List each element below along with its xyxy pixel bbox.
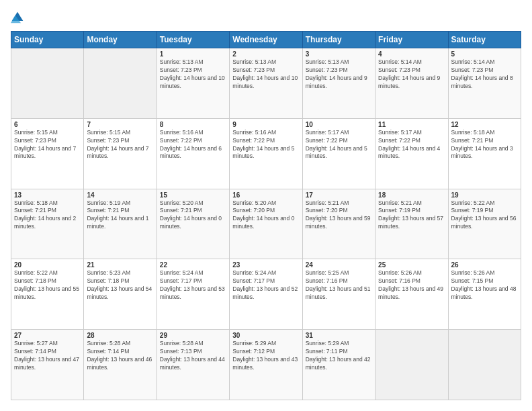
day-cell: 28Sunrise: 5:28 AM Sunset: 7:14 PM Dayli… <box>84 330 157 400</box>
day-info: Sunrise: 5:13 AM Sunset: 7:23 PM Dayligh… <box>232 58 299 91</box>
day-cell: 23Sunrise: 5:24 AM Sunset: 7:17 PM Dayli… <box>230 259 302 330</box>
day-number: 22 <box>160 261 226 269</box>
week-row-2: 13Sunrise: 5:18 AM Sunset: 7:21 PM Dayli… <box>11 189 521 259</box>
day-cell <box>84 48 157 119</box>
day-info: Sunrise: 5:13 AM Sunset: 7:23 PM Dayligh… <box>160 58 226 91</box>
day-number: 14 <box>87 191 153 199</box>
day-cell: 15Sunrise: 5:20 AM Sunset: 7:21 PM Dayli… <box>157 189 229 259</box>
weekday-header-monday: Monday <box>84 32 157 48</box>
day-number: 3 <box>306 50 372 58</box>
day-cell: 2Sunrise: 5:13 AM Sunset: 7:23 PM Daylig… <box>230 48 302 119</box>
day-number: 13 <box>14 191 81 199</box>
logo-icon <box>11 11 24 24</box>
day-cell: 25Sunrise: 5:26 AM Sunset: 7:16 PM Dayli… <box>375 259 448 330</box>
day-number: 16 <box>232 191 299 199</box>
day-number: 11 <box>378 121 445 128</box>
day-info: Sunrise: 5:15 AM Sunset: 7:23 PM Dayligh… <box>14 129 81 161</box>
day-cell: 4Sunrise: 5:14 AM Sunset: 7:23 PM Daylig… <box>375 48 448 119</box>
day-info: Sunrise: 5:23 AM Sunset: 7:18 PM Dayligh… <box>87 269 153 302</box>
day-number: 30 <box>232 332 299 339</box>
day-info: Sunrise: 5:29 AM Sunset: 7:12 PM Dayligh… <box>232 340 299 372</box>
day-number: 19 <box>451 191 518 199</box>
day-info: Sunrise: 5:18 AM Sunset: 7:21 PM Dayligh… <box>14 199 81 232</box>
day-info: Sunrise: 5:25 AM Sunset: 7:16 PM Dayligh… <box>306 269 372 302</box>
day-cell: 26Sunrise: 5:26 AM Sunset: 7:15 PM Dayli… <box>448 259 521 330</box>
day-cell: 18Sunrise: 5:21 AM Sunset: 7:19 PM Dayli… <box>375 189 448 259</box>
day-number: 28 <box>87 332 153 339</box>
day-number: 29 <box>160 332 226 339</box>
day-cell: 6Sunrise: 5:15 AM Sunset: 7:23 PM Daylig… <box>11 118 84 189</box>
day-cell: 11Sunrise: 5:17 AM Sunset: 7:22 PM Dayli… <box>375 118 448 189</box>
day-info: Sunrise: 5:14 AM Sunset: 7:23 PM Dayligh… <box>451 58 518 91</box>
day-info: Sunrise: 5:15 AM Sunset: 7:23 PM Dayligh… <box>87 129 153 161</box>
week-row-0: 1Sunrise: 5:13 AM Sunset: 7:23 PM Daylig… <box>11 48 521 119</box>
day-cell: 20Sunrise: 5:22 AM Sunset: 7:18 PM Dayli… <box>11 259 84 330</box>
day-number: 6 <box>14 121 81 128</box>
day-number: 1 <box>160 50 226 58</box>
day-number: 26 <box>451 261 518 269</box>
day-info: Sunrise: 5:17 AM Sunset: 7:22 PM Dayligh… <box>306 129 372 161</box>
day-number: 8 <box>160 121 226 128</box>
day-number: 4 <box>378 50 445 58</box>
day-cell <box>448 330 521 400</box>
weekday-header-tuesday: Tuesday <box>157 32 229 48</box>
day-info: Sunrise: 5:24 AM Sunset: 7:17 PM Dayligh… <box>160 269 226 302</box>
weekday-header-row: SundayMondayTuesdayWednesdayThursdayFrid… <box>11 32 521 48</box>
day-number: 25 <box>378 261 445 269</box>
day-cell: 3Sunrise: 5:13 AM Sunset: 7:23 PM Daylig… <box>302 48 375 119</box>
week-row-3: 20Sunrise: 5:22 AM Sunset: 7:18 PM Dayli… <box>11 259 521 330</box>
day-cell: 10Sunrise: 5:17 AM Sunset: 7:22 PM Dayli… <box>302 118 375 189</box>
day-number: 20 <box>14 261 81 269</box>
weekday-header-sunday: Sunday <box>11 32 84 48</box>
day-info: Sunrise: 5:17 AM Sunset: 7:22 PM Dayligh… <box>378 129 445 161</box>
day-number: 5 <box>451 50 518 58</box>
day-number: 15 <box>160 191 226 199</box>
day-number: 2 <box>232 50 299 58</box>
day-cell: 30Sunrise: 5:29 AM Sunset: 7:12 PM Dayli… <box>230 330 302 400</box>
weekday-header-thursday: Thursday <box>302 32 375 48</box>
day-cell: 24Sunrise: 5:25 AM Sunset: 7:16 PM Dayli… <box>302 259 375 330</box>
day-cell: 12Sunrise: 5:18 AM Sunset: 7:21 PM Dayli… <box>448 118 521 189</box>
day-info: Sunrise: 5:16 AM Sunset: 7:22 PM Dayligh… <box>232 129 299 161</box>
day-cell: 13Sunrise: 5:18 AM Sunset: 7:21 PM Dayli… <box>11 189 84 259</box>
day-cell: 17Sunrise: 5:21 AM Sunset: 7:20 PM Dayli… <box>302 189 375 259</box>
week-row-1: 6Sunrise: 5:15 AM Sunset: 7:23 PM Daylig… <box>11 118 521 189</box>
weekday-header-saturday: Saturday <box>448 32 521 48</box>
day-info: Sunrise: 5:16 AM Sunset: 7:22 PM Dayligh… <box>160 129 226 161</box>
day-info: Sunrise: 5:13 AM Sunset: 7:23 PM Dayligh… <box>306 58 372 91</box>
day-info: Sunrise: 5:27 AM Sunset: 7:14 PM Dayligh… <box>14 340 81 372</box>
day-info: Sunrise: 5:19 AM Sunset: 7:21 PM Dayligh… <box>87 199 153 232</box>
day-cell: 31Sunrise: 5:29 AM Sunset: 7:11 PM Dayli… <box>302 330 375 400</box>
page: SundayMondayTuesdayWednesdayThursdayFrid… <box>0 0 532 411</box>
day-cell: 8Sunrise: 5:16 AM Sunset: 7:22 PM Daylig… <box>157 118 229 189</box>
day-cell: 29Sunrise: 5:28 AM Sunset: 7:13 PM Dayli… <box>157 330 229 400</box>
day-cell: 27Sunrise: 5:27 AM Sunset: 7:14 PM Dayli… <box>11 330 84 400</box>
day-info: Sunrise: 5:20 AM Sunset: 7:21 PM Dayligh… <box>160 199 226 232</box>
day-cell: 16Sunrise: 5:20 AM Sunset: 7:20 PM Dayli… <box>230 189 302 259</box>
day-number: 12 <box>451 121 518 128</box>
day-number: 10 <box>306 121 372 128</box>
day-info: Sunrise: 5:20 AM Sunset: 7:20 PM Dayligh… <box>232 199 299 232</box>
day-cell: 1Sunrise: 5:13 AM Sunset: 7:23 PM Daylig… <box>157 48 229 119</box>
day-cell: 7Sunrise: 5:15 AM Sunset: 7:23 PM Daylig… <box>84 118 157 189</box>
day-number: 23 <box>232 261 299 269</box>
day-number: 24 <box>306 261 372 269</box>
day-cell <box>375 330 448 400</box>
day-info: Sunrise: 5:18 AM Sunset: 7:21 PM Dayligh… <box>451 129 518 161</box>
day-info: Sunrise: 5:28 AM Sunset: 7:13 PM Dayligh… <box>160 340 226 372</box>
weekday-header-wednesday: Wednesday <box>230 32 302 48</box>
day-info: Sunrise: 5:26 AM Sunset: 7:16 PM Dayligh… <box>378 269 445 302</box>
calendar-table: SundayMondayTuesdayWednesdayThursdayFrid… <box>11 31 521 400</box>
day-number: 21 <box>87 261 153 269</box>
day-cell: 14Sunrise: 5:19 AM Sunset: 7:21 PM Dayli… <box>84 189 157 259</box>
week-row-4: 27Sunrise: 5:27 AM Sunset: 7:14 PM Dayli… <box>11 330 521 400</box>
day-cell: 19Sunrise: 5:22 AM Sunset: 7:19 PM Dayli… <box>448 189 521 259</box>
day-number: 31 <box>306 332 372 339</box>
day-number: 9 <box>232 121 299 128</box>
day-cell: 5Sunrise: 5:14 AM Sunset: 7:23 PM Daylig… <box>448 48 521 119</box>
day-number: 18 <box>378 191 445 199</box>
logo <box>11 11 27 24</box>
day-cell: 9Sunrise: 5:16 AM Sunset: 7:22 PM Daylig… <box>230 118 302 189</box>
day-info: Sunrise: 5:26 AM Sunset: 7:15 PM Dayligh… <box>451 269 518 302</box>
day-info: Sunrise: 5:24 AM Sunset: 7:17 PM Dayligh… <box>232 269 299 302</box>
